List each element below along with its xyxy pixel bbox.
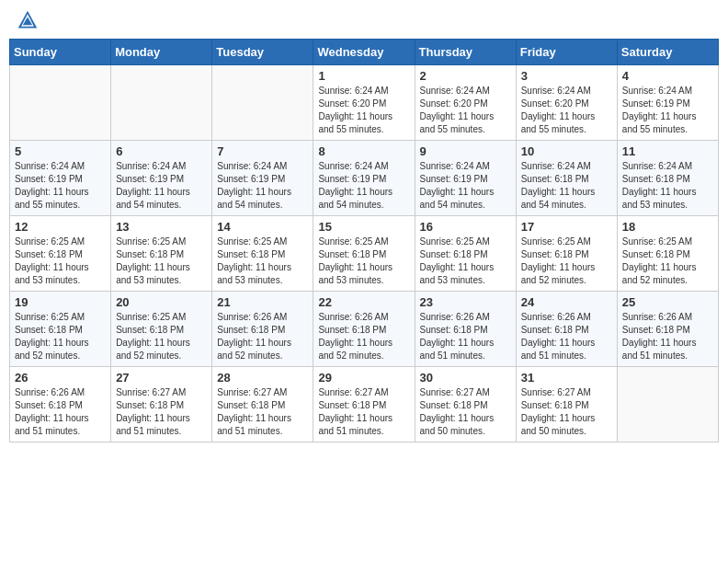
day-info: Sunrise: 6:27 AM Sunset: 6:18 PM Dayligh… [521,386,612,438]
day-number: 1 [318,69,409,83]
day-info: Sunrise: 6:25 AM Sunset: 6:18 PM Dayligh… [15,236,106,287]
day-info: Sunrise: 6:26 AM Sunset: 6:18 PM Dayligh… [15,386,106,438]
day-info: Sunrise: 6:24 AM Sunset: 6:18 PM Dayligh… [622,160,713,212]
day-number: 31 [521,371,612,385]
calendar-cell: 26Sunrise: 6:26 AM Sunset: 6:18 PM Dayli… [10,367,111,442]
day-info: Sunrise: 6:27 AM Sunset: 6:18 PM Dayligh… [217,386,308,438]
day-info: Sunrise: 6:25 AM Sunset: 6:18 PM Dayligh… [116,236,207,287]
calendar-cell: 9Sunrise: 6:24 AM Sunset: 6:19 PM Daylig… [415,141,516,216]
day-number: 3 [521,69,612,83]
weekday-header-thursday: Thursday [415,40,516,65]
day-number: 19 [15,295,106,309]
calendar-cell: 3Sunrise: 6:24 AM Sunset: 6:20 PM Daylig… [516,65,617,141]
day-info: Sunrise: 6:27 AM Sunset: 6:18 PM Dayligh… [116,386,207,438]
day-number: 7 [217,144,308,158]
calendar-cell: 8Sunrise: 6:24 AM Sunset: 6:19 PM Daylig… [313,141,415,216]
day-info: Sunrise: 6:25 AM Sunset: 6:18 PM Dayligh… [420,236,511,287]
calendar-cell: 31Sunrise: 6:27 AM Sunset: 6:18 PM Dayli… [516,367,617,442]
day-number: 20 [116,295,207,309]
calendar-cell: 4Sunrise: 6:24 AM Sunset: 6:19 PM Daylig… [617,65,718,141]
day-number: 30 [420,371,511,385]
day-number: 21 [217,295,308,309]
day-info: Sunrise: 6:24 AM Sunset: 6:19 PM Dayligh… [217,160,308,212]
calendar-cell: 10Sunrise: 6:24 AM Sunset: 6:18 PM Dayli… [516,141,617,216]
weekday-header-monday: Monday [111,40,212,65]
day-number: 16 [420,220,511,234]
day-info: Sunrise: 6:24 AM Sunset: 6:19 PM Dayligh… [116,160,207,212]
weekday-header-saturday: Saturday [617,40,718,65]
day-info: Sunrise: 6:25 AM Sunset: 6:18 PM Dayligh… [521,236,612,287]
day-number: 25 [622,295,713,309]
day-number: 2 [420,69,511,83]
calendar-cell: 6Sunrise: 6:24 AM Sunset: 6:19 PM Daylig… [111,141,212,216]
day-number: 24 [521,295,612,309]
day-info: Sunrise: 6:24 AM Sunset: 6:19 PM Dayligh… [622,85,713,136]
calendar-cell: 7Sunrise: 6:24 AM Sunset: 6:19 PM Daylig… [212,141,313,216]
day-info: Sunrise: 6:24 AM Sunset: 6:19 PM Dayligh… [15,160,106,212]
logo-triangle-icon [17,9,39,31]
day-info: Sunrise: 6:24 AM Sunset: 6:20 PM Dayligh… [521,85,612,136]
calendar-cell: 1Sunrise: 6:24 AM Sunset: 6:20 PM Daylig… [313,65,415,141]
calendar-header-row: SundayMondayTuesdayWednesdayThursdayFrid… [10,40,719,65]
day-number: 8 [318,144,409,158]
calendar-cell [212,65,313,141]
calendar-cell: 16Sunrise: 6:25 AM Sunset: 6:18 PM Dayli… [415,216,516,292]
day-info: Sunrise: 6:24 AM Sunset: 6:19 PM Dayligh… [318,160,409,212]
calendar-cell: 29Sunrise: 6:27 AM Sunset: 6:18 PM Dayli… [313,367,415,442]
calendar-cell: 13Sunrise: 6:25 AM Sunset: 6:18 PM Dayli… [111,216,212,292]
day-number: 13 [116,220,207,234]
weekday-header-wednesday: Wednesday [313,40,415,65]
day-info: Sunrise: 6:24 AM Sunset: 6:20 PM Dayligh… [420,85,511,136]
calendar-week-row: 5Sunrise: 6:24 AM Sunset: 6:19 PM Daylig… [10,141,719,216]
calendar-cell: 30Sunrise: 6:27 AM Sunset: 6:18 PM Dayli… [415,367,516,442]
day-number: 18 [622,220,713,234]
day-info: Sunrise: 6:26 AM Sunset: 6:18 PM Dayligh… [521,311,612,362]
calendar-cell: 11Sunrise: 6:24 AM Sunset: 6:18 PM Dayli… [617,141,718,216]
day-info: Sunrise: 6:24 AM Sunset: 6:19 PM Dayligh… [420,160,511,212]
calendar-cell: 2Sunrise: 6:24 AM Sunset: 6:20 PM Daylig… [415,65,516,141]
day-info: Sunrise: 6:26 AM Sunset: 6:18 PM Dayligh… [622,311,713,362]
calendar-week-row: 12Sunrise: 6:25 AM Sunset: 6:18 PM Dayli… [10,216,719,292]
day-number: 23 [420,295,511,309]
calendar-cell: 15Sunrise: 6:25 AM Sunset: 6:18 PM Dayli… [313,216,415,292]
calendar-cell: 23Sunrise: 6:26 AM Sunset: 6:18 PM Dayli… [415,292,516,367]
day-info: Sunrise: 6:25 AM Sunset: 6:18 PM Dayligh… [217,236,308,287]
day-number: 10 [521,144,612,158]
day-info: Sunrise: 6:25 AM Sunset: 6:18 PM Dayligh… [15,311,106,362]
calendar-week-row: 19Sunrise: 6:25 AM Sunset: 6:18 PM Dayli… [10,292,719,367]
calendar-cell [111,65,212,141]
calendar-cell [617,367,718,442]
page-header [9,9,719,31]
calendar-cell: 28Sunrise: 6:27 AM Sunset: 6:18 PM Dayli… [212,367,313,442]
day-info: Sunrise: 6:26 AM Sunset: 6:18 PM Dayligh… [420,311,511,362]
day-number: 6 [116,144,207,158]
calendar-table: SundayMondayTuesdayWednesdayThursdayFrid… [9,39,719,442]
day-info: Sunrise: 6:26 AM Sunset: 6:18 PM Dayligh… [217,311,308,362]
calendar-cell: 27Sunrise: 6:27 AM Sunset: 6:18 PM Dayli… [111,367,212,442]
day-number: 5 [15,144,106,158]
calendar-week-row: 1Sunrise: 6:24 AM Sunset: 6:20 PM Daylig… [10,65,719,141]
calendar-cell: 14Sunrise: 6:25 AM Sunset: 6:18 PM Dayli… [212,216,313,292]
calendar-cell: 17Sunrise: 6:25 AM Sunset: 6:18 PM Dayli… [516,216,617,292]
day-number: 26 [15,371,106,385]
calendar-cell: 19Sunrise: 6:25 AM Sunset: 6:18 PM Dayli… [10,292,111,367]
day-number: 22 [318,295,409,309]
day-number: 12 [15,220,106,234]
weekday-header-sunday: Sunday [10,40,111,65]
day-info: Sunrise: 6:24 AM Sunset: 6:20 PM Dayligh… [318,85,409,136]
day-number: 17 [521,220,612,234]
calendar-cell: 21Sunrise: 6:26 AM Sunset: 6:18 PM Dayli… [212,292,313,367]
calendar-cell: 22Sunrise: 6:26 AM Sunset: 6:18 PM Dayli… [313,292,415,367]
calendar-cell: 24Sunrise: 6:26 AM Sunset: 6:18 PM Dayli… [516,292,617,367]
calendar-cell: 18Sunrise: 6:25 AM Sunset: 6:18 PM Dayli… [617,216,718,292]
day-number: 9 [420,144,511,158]
calendar-week-row: 26Sunrise: 6:26 AM Sunset: 6:18 PM Dayli… [10,367,719,442]
calendar-cell: 12Sunrise: 6:25 AM Sunset: 6:18 PM Dayli… [10,216,111,292]
logo-text [13,9,40,31]
day-number: 4 [622,69,713,83]
calendar-cell [10,65,111,141]
day-number: 29 [318,371,409,385]
day-info: Sunrise: 6:25 AM Sunset: 6:18 PM Dayligh… [116,311,207,362]
calendar-cell: 25Sunrise: 6:26 AM Sunset: 6:18 PM Dayli… [617,292,718,367]
day-info: Sunrise: 6:27 AM Sunset: 6:18 PM Dayligh… [420,386,511,438]
